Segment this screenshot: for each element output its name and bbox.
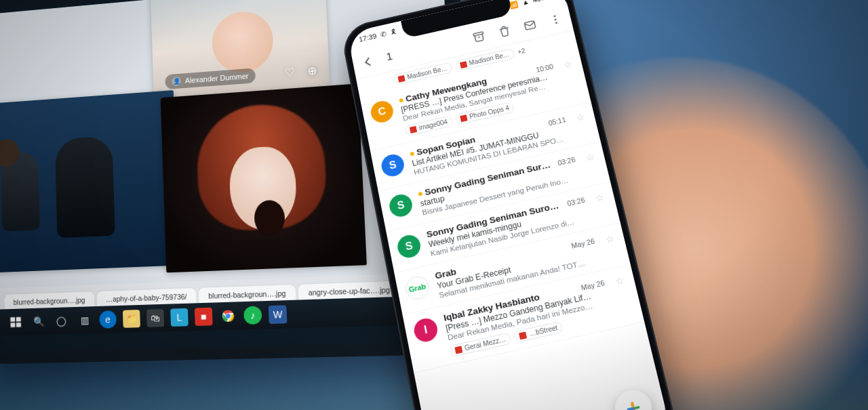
svg-rect-0 bbox=[10, 317, 15, 322]
store-icon[interactable]: 🛍 bbox=[146, 309, 164, 327]
file-icon bbox=[454, 346, 462, 354]
app-icon[interactable]: ■ bbox=[195, 308, 213, 326]
sender-avatar[interactable]: C bbox=[369, 99, 395, 125]
spotify-icon[interactable]: ♪ bbox=[243, 306, 262, 324]
inbox-list[interactable]: CCathy Mewengkang10:00[PRESS …] Press Co… bbox=[360, 49, 671, 410]
file-icon bbox=[460, 115, 468, 122]
gallery-photo-scream[interactable] bbox=[161, 83, 367, 272]
file-icon bbox=[397, 75, 405, 82]
sender-avatar[interactable]: Grab bbox=[403, 274, 431, 302]
sender-avatar[interactable]: I bbox=[412, 316, 439, 344]
sender-avatar[interactable]: S bbox=[395, 233, 422, 260]
unread-indicator bbox=[410, 152, 414, 157]
svg-point-10 bbox=[555, 22, 557, 24]
search-icon[interactable]: 🔍 bbox=[30, 312, 47, 330]
notification-icon: 🎗 bbox=[389, 28, 397, 37]
user-icon: 👤 bbox=[172, 77, 181, 87]
gallery-photo-restaurant[interactable] bbox=[0, 90, 180, 273]
app-icon[interactable]: L bbox=[170, 308, 189, 327]
svg-point-8 bbox=[553, 15, 555, 17]
unread-indicator bbox=[399, 98, 403, 103]
whatsapp-icon: ✆ bbox=[380, 30, 387, 39]
archive-icon[interactable] bbox=[471, 28, 488, 45]
overflow-icon[interactable] bbox=[547, 11, 564, 27]
wifi-icon: ▲ bbox=[521, 0, 530, 6]
word-icon[interactable]: W bbox=[269, 305, 288, 324]
like-icon[interactable]: ♡ bbox=[285, 66, 295, 79]
sender-avatar[interactable]: S bbox=[380, 152, 406, 179]
file-icon bbox=[410, 125, 417, 133]
star-icon[interactable]: ☆ bbox=[614, 274, 626, 287]
start-icon[interactable] bbox=[7, 313, 24, 331]
star-icon[interactable]: ☆ bbox=[585, 151, 595, 163]
star-icon[interactable]: ☆ bbox=[604, 232, 615, 245]
svg-rect-1 bbox=[16, 317, 21, 322]
delete-icon[interactable] bbox=[496, 22, 513, 39]
battery-text: 46% bbox=[532, 0, 547, 4]
cortana-icon[interactable]: ◯ bbox=[53, 312, 70, 329]
svg-point-9 bbox=[554, 18, 556, 20]
svg-rect-6 bbox=[473, 31, 484, 35]
file-explorer-icon[interactable]: 📁 bbox=[123, 310, 140, 328]
star-icon[interactable]: ☆ bbox=[595, 192, 606, 204]
svg-rect-2 bbox=[10, 323, 15, 327]
add-icon[interactable]: ⊕ bbox=[307, 64, 317, 77]
edge-icon[interactable]: e bbox=[99, 310, 117, 329]
svg-rect-3 bbox=[16, 323, 21, 327]
photo-scene: 👤 Alexander Dummer ♡ ⊕ bbox=[0, 0, 868, 410]
selection-count: 1 bbox=[385, 50, 393, 64]
gallery-photo-baby[interactable]: 👤 Alexander Dummer ♡ ⊕ bbox=[150, 0, 330, 98]
unread-indicator bbox=[418, 192, 423, 197]
task-view-icon[interactable]: ▥ bbox=[76, 311, 94, 329]
star-icon[interactable]: ☆ bbox=[563, 58, 574, 70]
mail-icon[interactable] bbox=[521, 17, 538, 33]
star-icon[interactable]: ☆ bbox=[575, 111, 586, 123]
overflow-count: +2 bbox=[517, 47, 526, 56]
status-time: 17:39 bbox=[358, 33, 377, 43]
file-icon bbox=[460, 61, 467, 68]
author-name: Alexander Dummer bbox=[185, 72, 249, 85]
sender-avatar[interactable]: S bbox=[388, 192, 414, 219]
file-icon bbox=[519, 331, 527, 340]
back-icon[interactable] bbox=[359, 54, 376, 70]
chrome-icon[interactable] bbox=[219, 307, 237, 325]
